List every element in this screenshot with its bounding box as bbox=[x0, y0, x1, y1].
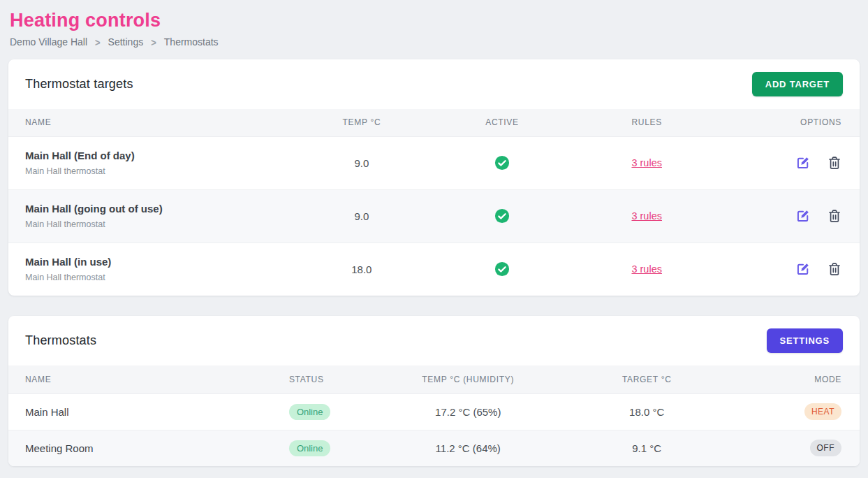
column-header-status: STATUS bbox=[272, 365, 392, 393]
breadcrumb-item-thermostats: Thermostats bbox=[164, 36, 219, 48]
settings-button[interactable]: SETTINGS bbox=[767, 328, 843, 353]
column-header-active: ACTIVE bbox=[434, 109, 570, 136]
breadcrumb: Demo Village Hall > Settings > Thermosta… bbox=[10, 36, 868, 48]
target-row: Main Hall (going out of use) Main Hall t… bbox=[8, 189, 860, 242]
target-name: Main Hall (in use) bbox=[25, 256, 289, 268]
breadcrumb-item-settings[interactable]: Settings bbox=[108, 36, 144, 48]
table-header-row: NAME STATUS TEMP °C (HUMIDITY) TARGET °C… bbox=[8, 365, 860, 393]
thermostats-card: Thermostats SETTINGS NAME STATUS TEMP °C… bbox=[8, 316, 860, 466]
column-header-mode: MODE bbox=[749, 365, 860, 393]
target-name: Main Hall (End of day) bbox=[25, 150, 289, 161]
target-thermostat-label: Main Hall thermostat bbox=[25, 166, 289, 176]
column-header-target: TARGET °C bbox=[545, 365, 749, 393]
thermostat-targets-card: Thermostat targets ADD TARGET NAME TEMP … bbox=[8, 59, 860, 296]
thermostat-target: 9.1 °C bbox=[545, 430, 749, 466]
edit-icon[interactable] bbox=[796, 156, 810, 170]
trash-icon[interactable] bbox=[827, 156, 841, 170]
mode-badge: HEAT bbox=[804, 403, 841, 420]
thermostat-name: Main Hall bbox=[8, 393, 272, 430]
thermostat-row: Meeting Room Online 11.2 °C (64%) 9.1 °C… bbox=[8, 430, 860, 466]
chevron-right-icon: > bbox=[151, 36, 156, 48]
rules-link[interactable]: 3 rules bbox=[631, 210, 662, 222]
column-header-rules: RULES bbox=[571, 109, 723, 136]
targets-card-title: Thermostat targets bbox=[25, 77, 133, 92]
thermostat-temp: 17.2 °C (65%) bbox=[392, 393, 545, 430]
chevron-right-icon: > bbox=[95, 36, 101, 48]
column-header-name: NAME bbox=[8, 365, 272, 393]
target-thermostat-label: Main Hall thermostat bbox=[25, 219, 289, 229]
edit-icon[interactable] bbox=[796, 262, 810, 276]
target-row: Main Hall (in use) Main Hall thermostat … bbox=[8, 242, 860, 296]
status-badge: Online bbox=[289, 440, 331, 456]
thermostat-name: Meeting Room bbox=[8, 430, 272, 466]
column-header-temp: TEMP °C bbox=[289, 109, 434, 136]
thermostat-targets-table: NAME TEMP °C ACTIVE RULES OPTIONS Main H… bbox=[8, 109, 860, 296]
table-header-row: NAME TEMP °C ACTIVE RULES OPTIONS bbox=[8, 109, 860, 136]
trash-icon[interactable] bbox=[827, 262, 841, 276]
column-header-temp: TEMP °C (HUMIDITY) bbox=[392, 365, 545, 393]
add-target-button[interactable]: ADD TARGET bbox=[752, 72, 843, 96]
edit-icon[interactable] bbox=[796, 209, 810, 223]
thermostat-temp: 11.2 °C (64%) bbox=[392, 430, 545, 466]
target-temp: 18.0 bbox=[289, 242, 434, 296]
active-check-icon bbox=[494, 155, 510, 171]
column-header-options: OPTIONS bbox=[723, 109, 860, 136]
thermostat-row: Main Hall Online 17.2 °C (65%) 18.0 °C H… bbox=[8, 393, 860, 430]
target-temp: 9.0 bbox=[289, 189, 434, 242]
mode-badge: OFF bbox=[810, 440, 842, 456]
thermostats-card-title: Thermostats bbox=[25, 333, 96, 348]
status-badge: Online bbox=[289, 404, 331, 420]
target-name: Main Hall (going out of use) bbox=[25, 203, 289, 215]
active-check-icon bbox=[494, 208, 510, 224]
thermostats-table: NAME STATUS TEMP °C (HUMIDITY) TARGET °C… bbox=[8, 365, 860, 466]
target-row: Main Hall (End of day) Main Hall thermos… bbox=[8, 136, 860, 189]
trash-icon[interactable] bbox=[827, 209, 841, 223]
rules-link[interactable]: 3 rules bbox=[631, 157, 662, 168]
rules-link[interactable]: 3 rules bbox=[631, 263, 662, 275]
active-check-icon bbox=[494, 261, 510, 277]
breadcrumb-item-demo-village-hall[interactable]: Demo Village Hall bbox=[10, 36, 87, 48]
target-thermostat-label: Main Hall thermostat bbox=[25, 273, 289, 282]
page-title: Heating controls bbox=[10, 10, 858, 31]
column-header-name: NAME bbox=[8, 109, 289, 136]
thermostat-target: 18.0 °C bbox=[545, 393, 749, 430]
target-temp: 9.0 bbox=[289, 136, 434, 189]
